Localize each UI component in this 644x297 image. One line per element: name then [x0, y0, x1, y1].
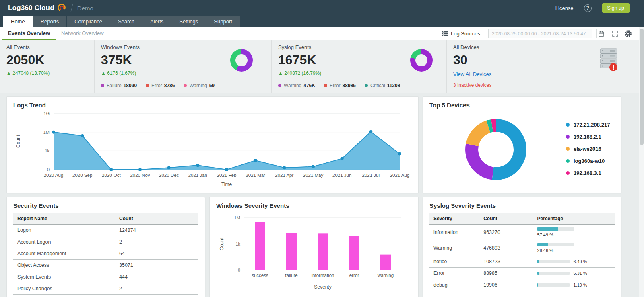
syslog-severity-row: debug199061.19 % [429, 279, 615, 291]
all-events-panel: All Events 2050K ▲ 247048 (13.70%) [0, 40, 94, 93]
device-legend-item: 192.168.3.1 [566, 170, 610, 176]
tab-support[interactable]: Support [206, 16, 240, 27]
help-icon[interactable]: ? [584, 4, 592, 12]
svg-text:Count: Count [15, 135, 21, 148]
stats-row: All Events 2050K ▲ 247048 (13.70%) Windo… [0, 40, 644, 93]
count-cell: 108723 [479, 256, 533, 268]
syslog-events-legend: Warning476KError88985Critical11208 [278, 83, 400, 88]
percentage-bar [537, 272, 570, 275]
log-sources-button[interactable]: Log Sources [442, 31, 480, 37]
security-event-row[interactable]: Policy Changes2 [13, 283, 198, 295]
severity-cell: Warning [429, 240, 479, 256]
svg-text:1M: 1M [43, 130, 50, 135]
svg-text:2021 Aug: 2021 Aug [390, 173, 410, 178]
legend-item-error: Error88985 [324, 83, 356, 88]
tab-home[interactable]: Home [3, 16, 33, 27]
col-report-name: Report Name [13, 213, 115, 225]
subnav-tabs: Events OverviewNetwork Overview [2, 27, 109, 40]
legend-item-warning: Warning59 [184, 83, 215, 88]
count-cell: 64 [115, 248, 198, 260]
syslog-events-donut [410, 49, 433, 72]
security-event-row[interactable]: Account Logon2 [13, 236, 198, 248]
svg-text:1k: 1k [45, 148, 50, 153]
stat-value: 2050K [6, 53, 88, 68]
syslog-severity-table: Severity Count Percentage information963… [429, 213, 615, 291]
scrollbar-thumb[interactable] [640, 29, 644, 145]
settings-gear-icon[interactable] [624, 30, 632, 37]
security-event-row[interactable]: Object Access35071 [13, 260, 198, 271]
svg-text:information: information [312, 273, 334, 278]
svg-text:2021 Feb: 2021 Feb [217, 173, 237, 178]
subnav-tab-network-overview[interactable]: Network Overview [56, 27, 109, 40]
card-title: Security Events [13, 202, 198, 209]
count-cell: 124874 [115, 225, 198, 236]
card-title: Logs Trend [13, 102, 412, 109]
syslog-severity-row: Error889855.31 % [429, 268, 615, 279]
windows-events-panel: Windows Events 375K ▲ 6176 (1.67%) Failu… [94, 40, 271, 93]
svg-text:failure: failure [285, 273, 297, 278]
count-cell: 963270 [479, 225, 533, 240]
syslog-events-panel: Syslog Events 1675K ▲ 240872 (16.79%) Wa… [271, 40, 446, 93]
syslog-severity-row: information96327057.49 % [429, 225, 615, 240]
calendar-button[interactable] [596, 29, 606, 38]
device-legend-item: log360a-w10 [566, 158, 610, 164]
svg-text:2020 Oct: 2020 Oct [102, 173, 121, 178]
svg-text:2020 Dec: 2020 Dec [159, 173, 179, 178]
security-events-tbody: Logon124874Account Logon2Account Managem… [13, 225, 198, 295]
vertical-scrollbar[interactable] [639, 27, 644, 297]
percentage-label: 28.46 % [537, 248, 611, 253]
svg-text:warning: warning [377, 273, 394, 278]
log-sources-label: Log Sources [451, 31, 480, 37]
tab-compliance[interactable]: Compliance [67, 16, 110, 27]
brand-divider [70, 4, 73, 12]
percentage-label: 6.49 % [574, 259, 587, 264]
report-name-cell: Account Logon [13, 236, 115, 248]
svg-text:2021 Jun: 2021 Jun [332, 173, 351, 178]
security-events-card: Security Events Report Name Count Logon1… [6, 197, 205, 297]
security-event-row[interactable]: Account Management64 [13, 248, 198, 260]
subnav-tab-events-overview[interactable]: Events Overview [2, 27, 56, 40]
report-name-cell: Account Management [13, 248, 115, 260]
percentage-label: 5.31 % [574, 271, 587, 276]
svg-text:success: success [252, 273, 268, 278]
svg-text:2020 Sep: 2020 Sep [72, 173, 92, 178]
security-event-row[interactable]: Logon124874 [13, 225, 198, 236]
top-devices-card: Top 5 Devices 172.21.208.217192.168.2.1e… [423, 96, 621, 193]
device-legend-item: 192.168.2.1 [566, 134, 610, 140]
tab-search[interactable]: Search [110, 16, 142, 27]
legend-item-critical: Critical11208 [365, 83, 400, 88]
logs-trend-card: Logs Trend 01k1M1G2020 Aug2020 Sep2020 O… [6, 96, 419, 193]
windows-severity-card: Windows Severity Events 01k1Msuccessfail… [209, 197, 419, 297]
count-cell: 88985 [479, 268, 533, 279]
view-all-devices-link[interactable]: View All Devices [453, 71, 491, 77]
fullscreen-icon[interactable] [612, 30, 619, 37]
count-cell: 476893 [479, 240, 533, 256]
legend-item-warning: Warning476K [278, 83, 315, 88]
svg-text:2021 Jan: 2021 Jan [188, 173, 207, 178]
subnav-controls: Log Sources [442, 29, 632, 38]
col-severity: Severity [429, 213, 479, 225]
date-range-input[interactable] [488, 29, 592, 38]
tab-settings[interactable]: Settings [171, 16, 206, 27]
alert-badge-icon [609, 63, 617, 71]
log-sources-icon [442, 31, 448, 37]
severity-cell: Error [429, 268, 479, 279]
severity-cell: debug [429, 279, 479, 291]
windows-severity-chart: 01k1Msuccessfailureinformationerrorwarni… [216, 214, 409, 291]
main-tabs: HomeReportsComplianceSearchAlertsSetting… [0, 16, 644, 27]
syslog-severity-tbody: information96327057.49 %Warning47689328.… [429, 225, 615, 291]
inactive-devices-link[interactable]: 3 Inactive devices [453, 82, 638, 88]
windows-events-legend: Failure18090Error8786Warning59 [101, 83, 215, 88]
stat-delta: ▲ 247048 (13.70%) [6, 70, 88, 76]
svg-text:2021 May: 2021 May [303, 173, 324, 178]
security-events-table: Report Name Count Logon124874Account Log… [13, 213, 198, 295]
license-link[interactable]: License [555, 5, 574, 11]
tab-alerts[interactable]: Alerts [142, 16, 171, 27]
percentage-bar [537, 243, 574, 246]
syslog-severity-row: notice1087236.49 % [429, 256, 615, 268]
svg-text:2020 Nov: 2020 Nov [130, 173, 150, 178]
security-event-row[interactable]: System Events444 [13, 271, 198, 283]
count-cell: 19906 [479, 279, 533, 291]
tab-reports[interactable]: Reports [33, 16, 67, 27]
signup-button[interactable]: Sign up [602, 3, 630, 13]
